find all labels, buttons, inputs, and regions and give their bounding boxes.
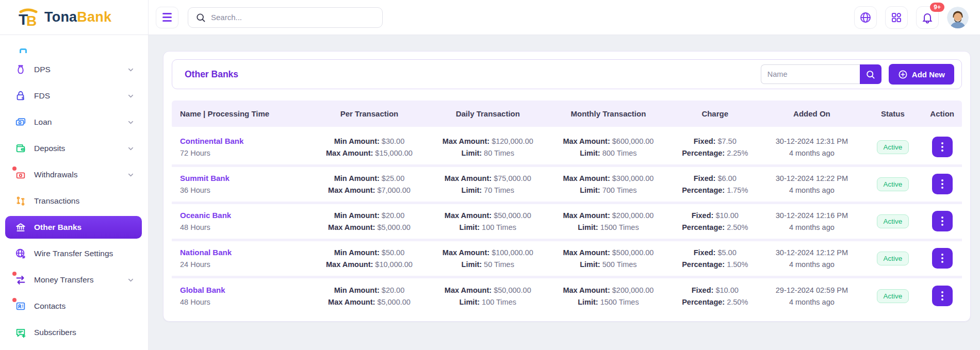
added-relative-time: 4 months ago (762, 223, 861, 231)
logo[interactable]: T B TonaBank (0, 0, 149, 35)
added-date: 30-12-2024 12:22 PM (762, 174, 861, 182)
daily-limit-value: 100 Times (482, 223, 516, 231)
chevron-down-icon (127, 276, 135, 284)
monthly-transaction-cell: Max Amount: $300,000.00 Limit: 700 Times (547, 165, 669, 203)
name-filter-input[interactable] (761, 64, 860, 84)
sidebar-item-contacts[interactable]: Contacts (5, 295, 142, 318)
added-on-cell: 30-12-2024 12:16 PM 4 months ago (760, 203, 863, 240)
status-cell: Active (863, 240, 922, 277)
row-actions-button[interactable] (932, 286, 953, 306)
percentage-label: Percentage: (682, 223, 725, 231)
sidebar-item-withdrawals[interactable]: Withdrawals (5, 163, 142, 186)
max-amount-label: Max Amount: (328, 186, 375, 194)
sidebar-item-deposits[interactable]: Deposits (5, 137, 142, 160)
daily-limit-value: 80 Times (484, 149, 514, 157)
bank-name-link[interactable]: National Bank (180, 248, 232, 257)
swap-arrows-icon (14, 195, 27, 207)
monthly-transaction-cell: Max Amount: $200,000.00 Limit: 1500 Time… (547, 203, 669, 240)
column-per-transaction: Per Transaction (310, 101, 429, 128)
avatar-image (947, 7, 969, 28)
column-charge: Charge (669, 101, 760, 128)
language-button[interactable] (854, 6, 877, 29)
sidebar-item-subscribers[interactable]: Subscribers (5, 321, 142, 344)
cash-out-icon (14, 169, 27, 181)
monthly-transaction-cell: Max Amount: $500,000.00 Limit: 500 Times (547, 240, 669, 277)
sidebar-toggle-button[interactable] (156, 7, 178, 28)
globe-arrow-icon (14, 247, 27, 260)
table-header-row: Name | Processing Time Per Transaction D… (172, 101, 962, 128)
table-row: Oceanic Bank 48 Hours Min Amount: $20.00… (172, 203, 962, 240)
per-max-value: $5,000.00 (377, 298, 411, 306)
added-relative-time: 4 months ago (762, 298, 861, 306)
charge-fixed-value: $5.00 (717, 248, 736, 257)
sidebar-item-wire-transfer-settings[interactable]: Wire Transfer Settings (5, 242, 142, 265)
cash-icon (14, 116, 27, 128)
fixed-label: Fixed: (694, 248, 716, 257)
apps-grid-icon (890, 11, 903, 24)
bank-name-link[interactable]: Continental Bank (180, 137, 243, 145)
sidebar-item-dps[interactable]: DPS (5, 58, 142, 81)
add-new-button[interactable]: Add New (889, 64, 954, 85)
global-search[interactable] (188, 7, 383, 28)
banks-table-body: Continental Bank 72 Hours Min Amount: $3… (172, 128, 962, 314)
apps-button[interactable] (885, 6, 908, 29)
bank-name-link[interactable]: Summit Bank (180, 174, 230, 182)
limit-label: Limit: (580, 186, 600, 194)
min-amount-label: Min Amount: (334, 137, 380, 145)
daily-max-value: $50,000.00 (494, 211, 531, 220)
per-min-value: $25.00 (382, 174, 404, 182)
transfer-arrows-icon (14, 274, 27, 286)
added-on-cell: 30-12-2024 12:31 PM 4 months ago (760, 128, 863, 165)
status-badge: Active (877, 252, 909, 265)
fixed-label: Fixed: (694, 174, 716, 182)
other-banks-card: Other Banks Add New (163, 51, 971, 322)
row-actions-button[interactable] (932, 174, 953, 194)
table-row: Continental Bank 72 Hours Min Amount: $3… (172, 128, 962, 165)
per-min-value: $30.00 (382, 137, 404, 145)
per-min-value: $20.00 (382, 211, 404, 220)
per-transaction-cell: Min Amount: $20.00 Max Amount: $5,000.00 (310, 277, 429, 314)
max-amount-label: Max Amount: (445, 211, 492, 220)
alert-dot (12, 166, 17, 171)
sidebar-item-fds[interactable]: $ FDS (5, 85, 142, 107)
svg-text:$: $ (22, 96, 24, 101)
notifications-button[interactable]: 9+ (916, 6, 939, 29)
monthly-limit-value: 800 Times (602, 149, 637, 157)
add-new-label: Add New (912, 70, 945, 79)
sidebar-item-money-transfers[interactable]: Money Transfers (5, 269, 142, 291)
max-amount-label: Max Amount: (326, 149, 373, 157)
sidebar-item-transactions[interactable]: Transactions (5, 190, 142, 212)
main-content: Other Banks Add New (149, 35, 980, 350)
limit-label: Limit: (578, 298, 598, 306)
sidebar-item-loan[interactable]: Loan (5, 111, 142, 134)
row-actions-button[interactable] (932, 211, 953, 231)
sidebar-item-label: Wire Transfer Settings (34, 249, 113, 258)
percentage-label: Percentage: (682, 186, 725, 194)
row-actions-button[interactable] (932, 248, 953, 269)
bank-name-link[interactable]: Global Bank (180, 286, 225, 294)
per-min-value: $50.00 (382, 248, 404, 257)
bell-icon (921, 11, 934, 24)
filter-search-button[interactable] (860, 64, 881, 84)
max-amount-label: Max Amount: (563, 248, 610, 257)
table-row: National Bank 24 Hours Min Amount: $50.0… (172, 240, 962, 277)
row-actions-button[interactable] (932, 137, 953, 157)
global-search-input[interactable] (211, 13, 375, 22)
per-transaction-cell: Min Amount: $20.00 Max Amount: $5,000.00 (310, 203, 429, 240)
bank-name-link[interactable]: Oceanic Bank (180, 211, 231, 220)
tonabank-logo-icon: T B (18, 7, 39, 28)
max-amount-label: Max Amount: (563, 137, 610, 145)
charge-percentage-value: 1.75% (727, 186, 748, 194)
charge-cell: Fixed: $10.00 Percentage: 2.50% (669, 277, 760, 314)
sidebar-item-label: Deposits (34, 144, 65, 153)
max-amount-label: Max Amount: (443, 137, 489, 145)
charge-fixed-value: $10.00 (715, 286, 738, 294)
charge-fixed-value: $6.00 (717, 174, 736, 182)
daily-max-value: $75,000.00 (494, 174, 531, 182)
user-avatar[interactable] (947, 7, 969, 28)
charge-percentage-value: 2.25% (727, 149, 748, 157)
limit-label: Limit: (580, 260, 600, 269)
sidebar-item-other-banks[interactable]: Other Banks (5, 216, 142, 239)
charge-percentage-value: 2.50% (727, 298, 748, 306)
card-header: Other Banks Add New (172, 59, 962, 89)
